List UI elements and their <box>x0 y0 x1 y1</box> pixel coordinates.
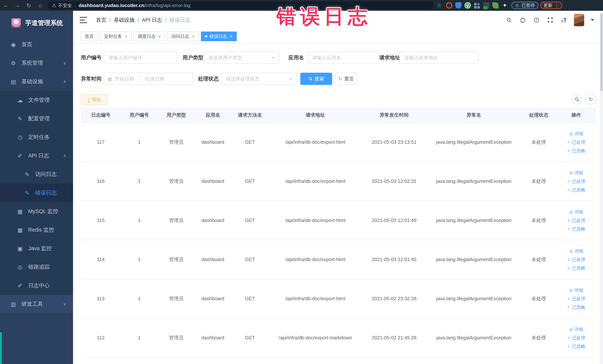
breadcrumb-api-log[interactable]: API 日志 <box>142 16 162 23</box>
app-logo <box>11 18 21 28</box>
table-row: 116 1 管理员 dashboard GET /api/infra/db-do… <box>81 162 596 201</box>
browser-back-icon[interactable]: ← <box>0 2 12 9</box>
mark-processed-link[interactable]: ✓已处理 <box>567 218 585 223</box>
monitor-icon: ▤ <box>9 78 17 85</box>
browser-forward-icon[interactable]: → <box>12 2 23 9</box>
sidebar-item-access-log[interactable]: ✎ 访问日志 <box>0 165 73 184</box>
sidebar-item-mysql-monitor[interactable]: ▦ MySQL 监控 <box>0 202 73 221</box>
menu-collapse-button[interactable] <box>80 17 87 23</box>
close-icon[interactable]: × <box>158 34 161 39</box>
avatar[interactable] <box>574 14 584 26</box>
extension-shield-icon[interactable] <box>455 2 462 9</box>
tab-scheduled-task[interactable]: 定时任务 × <box>100 32 131 41</box>
extension-leaf-icon[interactable] <box>492 2 499 9</box>
close-icon[interactable]: × <box>125 34 127 39</box>
extension-icon[interactable] <box>446 2 452 9</box>
sidebar-scrollbar[interactable] <box>0 332 2 364</box>
mark-processed-link[interactable]: ✓已处理 <box>567 335 585 341</box>
tab-access-log[interactable]: 访问日志 × <box>167 32 198 41</box>
breadcrumb: 首页 / 基础设施 / API 日志 / 错误日志 <box>96 16 190 23</box>
browser-home-icon[interactable]: ⌂ <box>35 2 46 9</box>
sidebar-item-config-manage[interactable]: ✎ 配置管理 <box>0 109 73 128</box>
dashboard-icon: ◉ <box>9 41 17 48</box>
mark-processed-link[interactable]: ✓已处理 <box>567 296 585 302</box>
eye-icon: ◎ <box>569 249 573 254</box>
mark-processed-link[interactable]: ✓已处理 <box>567 139 585 145</box>
sidebar-item-log-center[interactable]: ✐ 日志中心 <box>0 276 73 295</box>
toggle-search-button[interactable] <box>572 94 582 105</box>
user-id-input[interactable] <box>104 52 177 64</box>
scrollbar-thumb[interactable] <box>600 13 603 91</box>
avatar-caret-icon[interactable] <box>591 19 594 21</box>
close-icon[interactable]: × <box>192 34 195 39</box>
mark-ignored-link[interactable]: ✓已忽略 <box>567 265 585 271</box>
browser-reload-icon[interactable]: ↻ <box>23 2 35 9</box>
sidebar-item-home[interactable]: ◉ 首页 <box>0 35 73 54</box>
mark-processed-link[interactable]: ✓已处理 <box>567 178 585 184</box>
sidebar-item-java-monitor[interactable]: ▣ Java 监控 <box>0 239 73 258</box>
fullscreen-icon[interactable] <box>546 16 554 24</box>
tab-error-log[interactable]: 错误日志 × <box>201 32 237 41</box>
refresh-icon: ↻ <box>589 97 593 102</box>
mark-ignored-link[interactable]: ✓已忽略 <box>567 187 585 193</box>
main-area: 首页 / 基础设施 / API 日志 / 错误日志 ? <box>73 11 600 364</box>
font-size-icon[interactable]: TT <box>560 16 568 24</box>
extensions-puzzle-icon[interactable]: ✦ <box>502 2 508 9</box>
detail-link[interactable]: ◎详细 <box>569 131 583 137</box>
app-logo-row[interactable]: 芋道管理系统 <box>0 11 73 35</box>
edit-icon: ✎ <box>16 116 24 122</box>
search-button[interactable]: 搜索 <box>300 73 332 85</box>
request-url-input[interactable] <box>400 52 479 64</box>
mark-ignored-link[interactable]: ✓已忽略 <box>567 148 585 154</box>
reset-button[interactable]: ↻ 重置 <box>335 73 357 85</box>
close-icon[interactable]: × <box>230 34 233 39</box>
sidebar-item-scheduled-task[interactable]: ◷ 定时任务 <box>0 128 73 146</box>
tab-home[interactable]: 首页 <box>81 32 98 41</box>
sidebar-item-infra[interactable]: ▤ 基础设施 ∧ <box>0 72 73 91</box>
breadcrumb-infra[interactable]: 基础设施 <box>114 16 135 23</box>
sidebar-item-error-log[interactable]: ✎ 错误日志 <box>0 184 73 202</box>
github-icon[interactable] <box>519 16 526 24</box>
bookmark-star-icon[interactable]: ☆ <box>434 2 444 9</box>
sidebar-item-redis-monitor[interactable]: ▩ Redis 监控 <box>0 221 73 239</box>
detail-link[interactable]: ◎详细 <box>569 170 583 176</box>
detail-link[interactable]: ◎详细 <box>569 326 583 332</box>
cloud-icon: ☁ <box>16 97 24 104</box>
extension-on-icon[interactable]: on <box>483 2 489 9</box>
browser-update-button[interactable]: 更新 ⋮ <box>540 2 562 9</box>
security-label[interactable]: 不安全 <box>58 2 72 9</box>
tab-schedule-log[interactable]: 调度日志 × <box>134 32 165 41</box>
address-bar[interactable]: ⚠ 不安全 dashboard.yudao.iocoder.cn /infra/… <box>47 1 434 9</box>
user-type-label: 用户类型 <box>183 52 203 64</box>
search-icon[interactable] <box>505 16 513 24</box>
mark-ignored-link[interactable]: ✓已忽略 <box>567 226 585 232</box>
app-name-input[interactable] <box>308 52 379 64</box>
extension-v-icon[interactable]: V <box>464 2 471 9</box>
app-title: 芋道管理系统 <box>25 19 63 27</box>
mark-ignored-link[interactable]: ✓已忽略 <box>567 304 585 310</box>
url-domain: dashboard.yudao.iocoder.cn <box>79 3 144 8</box>
mark-ignored-link[interactable]: ✓已忽略 <box>567 343 585 349</box>
user-type-select[interactable]: 请选择用户类型 ∨ <box>204 52 279 64</box>
detail-link[interactable]: ◎详细 <box>569 287 583 293</box>
mark-processed-link[interactable]: ✓已处理 <box>567 257 585 263</box>
exception-time-range-picker[interactable]: ▦ 开始日期 - 结束日期 <box>104 73 193 85</box>
breadcrumb-home[interactable]: 首页 <box>96 16 106 23</box>
page-scrollbar[interactable] <box>600 11 603 364</box>
sidebar-item-file-manage[interactable]: ☁ 文件管理 <box>0 91 73 109</box>
sidebar-item-system[interactable]: ⚙ 系统管理 ∨ <box>0 54 73 72</box>
sidebar-item-dev-tools[interactable]: ▥ 研发工具 ∨ <box>0 295 73 313</box>
refresh-table-button[interactable]: ↻ <box>586 94 596 105</box>
paused-extension-badge[interactable]: ☺ 已暂停 <box>511 2 538 9</box>
security-warning-icon: ⚠ <box>52 3 56 8</box>
kebab-menu-icon[interactable]: ⋮ <box>555 3 559 8</box>
process-status-select[interactable]: 请选择处理状态 ∨ <box>221 73 297 85</box>
breadcrumb-current: 错误日志 <box>169 16 190 23</box>
sidebar-item-api-log[interactable]: ✐ API 日志 ∧ <box>0 146 73 165</box>
export-button[interactable]: ↓ 导出 <box>81 94 108 105</box>
sidebar-item-trace[interactable]: ◎ 链路追踪 <box>0 258 73 276</box>
extension-grid-icon[interactable] <box>474 2 480 9</box>
detail-link[interactable]: ◎详细 <box>569 248 583 254</box>
help-icon[interactable]: ? <box>533 16 540 24</box>
detail-link[interactable]: ◎详细 <box>569 209 583 215</box>
